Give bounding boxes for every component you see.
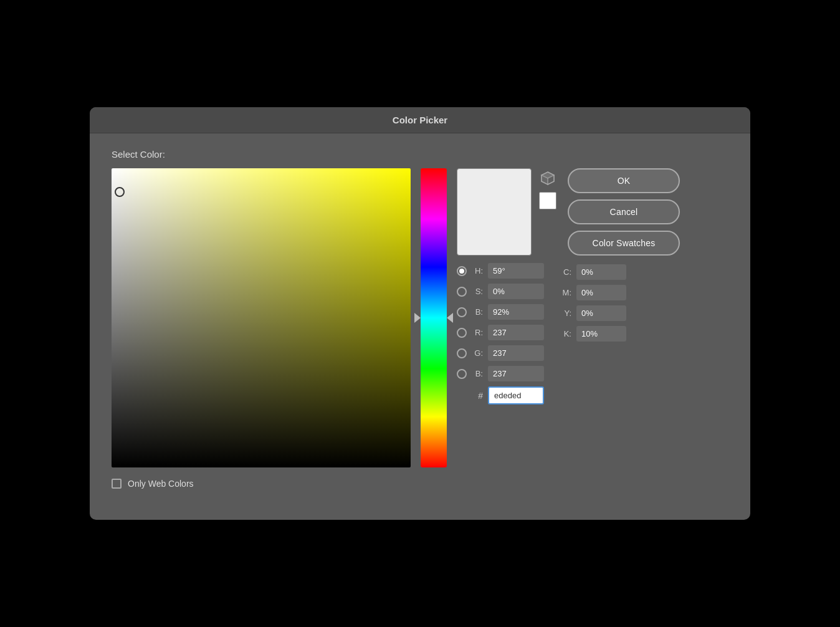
preview-buttons-row: OK Cancel Color Swatches: [457, 168, 728, 256]
h-input[interactable]: [488, 263, 544, 279]
h-field-row: H:: [457, 263, 544, 279]
dialog-content: Select Color:: [90, 133, 750, 501]
m-label: M:: [559, 288, 571, 297]
dialog-titlebar: Color Picker: [90, 107, 750, 133]
hash-label: #: [472, 391, 483, 401]
h-label: H:: [472, 266, 483, 275]
hex-field-row: #: [472, 386, 544, 404]
hue-arrow-right-icon: [447, 313, 453, 323]
color-swatches-button[interactable]: Color Swatches: [568, 231, 680, 256]
g-label: G:: [472, 348, 483, 358]
main-row: OK Cancel Color Swatches H:: [112, 168, 728, 467]
cancel-button[interactable]: Cancel: [568, 199, 680, 224]
k-field-row: K:: [559, 326, 626, 342]
b-input[interactable]: [488, 304, 544, 320]
preview-side-icons: [538, 168, 558, 209]
right-panel: OK Cancel Color Swatches H:: [457, 168, 728, 404]
g-input[interactable]: [488, 345, 544, 361]
hue-slider-container: [421, 168, 447, 467]
color-preview-area: [457, 168, 558, 256]
b-radio[interactable]: [457, 307, 467, 317]
fields-section: H: S: B:: [457, 263, 728, 404]
y-input[interactable]: [576, 305, 626, 321]
color-preview-box: [457, 168, 532, 256]
color-gradient-picker[interactable]: [112, 168, 411, 467]
b-field-row: B:: [457, 304, 544, 320]
r-field-row: R:: [457, 325, 544, 340]
s-input[interactable]: [488, 284, 544, 299]
color-picker-dialog: Color Picker Select Color:: [90, 107, 750, 520]
s-field-row: S:: [457, 284, 544, 299]
g-field-row: G:: [457, 345, 544, 361]
hex-input[interactable]: [488, 386, 544, 404]
cmyk-fields: C: M: Y: K:: [559, 263, 626, 404]
s-radio[interactable]: [457, 287, 467, 297]
web-safe-cube-icon[interactable]: [538, 168, 558, 188]
c-label: C:: [559, 267, 571, 277]
ok-button[interactable]: OK: [568, 168, 680, 193]
web-safe-swatch: [539, 192, 556, 209]
blue-input[interactable]: [488, 366, 544, 381]
action-buttons: OK Cancel Color Swatches: [568, 168, 680, 256]
hue-arrow-left-icon: [414, 313, 421, 323]
only-web-label: Only Web Colors: [128, 479, 194, 489]
select-color-label: Select Color:: [112, 149, 728, 160]
k-label: K:: [559, 329, 571, 338]
y-label: Y:: [559, 309, 571, 318]
c-input[interactable]: [576, 264, 626, 280]
s-label: S:: [472, 287, 483, 296]
dialog-title: Color Picker: [393, 115, 447, 125]
hue-slider[interactable]: [421, 168, 447, 467]
y-field-row: Y:: [559, 305, 626, 321]
only-web-row: Only Web Colors: [112, 479, 728, 489]
h-radio[interactable]: [457, 266, 467, 276]
k-input[interactable]: [576, 326, 626, 342]
hsb-rgb-fields: H: S: B:: [457, 263, 544, 404]
blue-label: B:: [472, 369, 483, 378]
blue-radio[interactable]: [457, 369, 467, 379]
blue-field-row: B:: [457, 366, 544, 381]
r-radio[interactable]: [457, 328, 467, 338]
g-radio[interactable]: [457, 348, 467, 358]
c-field-row: C:: [559, 264, 626, 280]
m-input[interactable]: [576, 285, 626, 300]
only-web-checkbox[interactable]: [112, 479, 122, 489]
gradient-background: [112, 168, 411, 467]
r-label: R:: [472, 328, 483, 337]
b-label: B:: [472, 307, 483, 317]
r-input[interactable]: [488, 325, 544, 340]
m-field-row: M:: [559, 285, 626, 300]
